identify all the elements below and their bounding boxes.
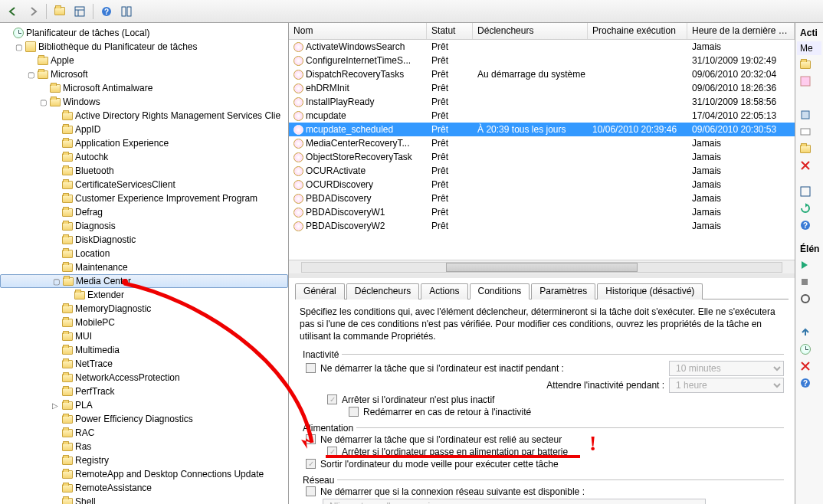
tree-item[interactable]: Bluetooth [0,164,288,178]
tree-item[interactable]: Maintenance [0,260,288,274]
tree-item[interactable]: MobilePC [0,316,288,329]
tree-toggle[interactable]: ▢ [14,43,23,51]
tab-d-clencheurs[interactable]: Déclencheurs [346,283,419,299]
tab-conditions[interactable]: Conditions [470,283,530,299]
task-row[interactable]: PBDADiscovery Prêt Jamais [289,191,795,205]
action-import[interactable] [797,107,818,123]
checkbox-idle-restart[interactable] [349,407,359,417]
action-delete[interactable] [797,358,818,374]
action-help[interactable]: ? [797,218,818,233]
action-properties[interactable] [797,342,818,357]
task-row[interactable]: mcupdate Prêt 17/04/2010 22:05:13 [289,109,795,123]
action-new-folder[interactable] [797,141,818,156]
task-name: mcupdate [306,110,346,121]
tree-item[interactable]: ▷ PLA [0,398,288,412]
task-row[interactable]: ehDRMInit Prêt 09/06/2010 18:26:36 [289,81,795,95]
tree-toggle[interactable]: ▷ [51,401,60,410]
action-disable[interactable] [797,291,818,306]
tree-item[interactable]: Ras [0,440,288,453]
tree-item[interactable]: Customer Experience Improvement Program [0,191,288,205]
tree-item[interactable]: ▢ Microsoft [0,67,288,81]
views-button[interactable] [71,3,88,20]
action-help2[interactable]: ? [797,375,818,391]
action-end[interactable] [797,274,818,290]
tree-item[interactable]: Microsoft Antimalware [0,81,288,95]
tree-item[interactable]: Registry [0,453,288,467]
tab-historique-d-sactiv-[interactable]: Historique (désactivé) [597,283,703,299]
tree-item[interactable]: Power Efficiency Diagnostics [0,412,288,426]
tree-item[interactable]: AppID [0,123,288,136]
back-button[interactable] [5,3,21,20]
checkbox-idle-stop[interactable] [327,394,337,404]
checkbox-power-battery[interactable] [327,447,337,457]
task-row[interactable]: MediaCenterRecoveryT... Prêt Jamais [289,136,795,150]
col-name[interactable]: Nom [289,23,427,39]
tab-actions[interactable]: Actions [421,283,467,299]
action-display-running[interactable] [797,124,818,139]
tree-item[interactable]: Defrag [0,205,288,219]
tree-item[interactable]: RemoteAssistance [0,481,288,495]
tree-item[interactable]: Diagnosis [0,219,288,233]
task-row[interactable]: mcupdate_scheduled Prêt À 20:39 tous les… [289,123,795,136]
action-create[interactable] [797,74,818,89]
task-trigger [473,170,588,172]
tree-item[interactable]: Location [0,247,288,260]
tree-pane[interactable]: Planificateur de tâches (Local) ▢ Biblio… [0,23,289,504]
up-button[interactable] [51,3,68,20]
action-export[interactable] [797,325,818,340]
tree-item[interactable]: Autochk [0,150,288,164]
checkbox-idle-start[interactable] [306,363,316,373]
checkbox-power-ac[interactable] [306,434,316,444]
tree-item[interactable]: MemoryDiagnostic [0,302,288,316]
tree-item[interactable]: Extender [0,288,288,302]
tree-item[interactable]: ▢ Bibliothèque du Planificateur de tâche… [0,40,288,54]
help-button[interactable]: ? [98,3,115,20]
task-row[interactable]: DispatchRecoveryTasks Prêt Au démarrage … [289,67,795,81]
tree-item[interactable]: DiskDiagnostic [0,233,288,247]
action-run[interactable] [797,257,818,273]
tree-item[interactable]: MUI [0,329,288,343]
action-delete-folder[interactable] [797,158,818,173]
tree-item[interactable]: Planificateur de tâches (Local) [0,26,288,40]
tree-item[interactable]: Active Directory Rights Management Servi… [0,109,288,123]
tree-item[interactable]: Multimedia [0,343,288,357]
task-row[interactable]: ObjectStoreRecoveryTask Prêt Jamais [289,150,795,164]
horizontal-scrollbar[interactable] [289,260,795,273]
tree-toggle[interactable]: ▢ [38,98,48,106]
col-triggers[interactable]: Déclencheurs [473,23,588,39]
tree-toggle[interactable]: ▢ [51,277,61,286]
col-last[interactable]: Heure de la dernière exé [687,23,795,39]
tree-item[interactable]: RAC [0,426,288,440]
task-row[interactable]: ActivateWindowsSearch Prêt Jamais [289,40,795,54]
tree-item[interactable]: ▢ Windows [0,95,288,109]
tree-item[interactable]: NetTrace [0,357,288,371]
tree-item[interactable]: Shell [0,495,288,504]
tree-item[interactable]: Application Experience [0,136,288,150]
tree-item[interactable]: Apple [0,54,288,67]
task-row[interactable]: InstallPlayReady Prêt 31/10/2009 18:58:5… [289,95,795,109]
task-row[interactable]: OCURActivate Prêt Jamais [289,164,795,178]
col-next[interactable]: Prochaine exécution [588,23,687,39]
action-view[interactable] [797,184,818,199]
tab-g-n-ral[interactable]: Général [295,283,345,299]
checkbox-net-start[interactable] [306,486,316,496]
checkbox-power-wake[interactable] [306,459,316,469]
tab-param-tres[interactable]: Paramètres [531,283,595,299]
forward-button[interactable] [25,3,41,20]
tree-item[interactable]: NetworkAccessProtection [0,371,288,385]
col-status[interactable]: Statut [427,23,473,39]
tree-toggle[interactable]: ▢ [26,70,35,79]
task-row[interactable]: OCURDiscovery Prêt Jamais [289,178,795,191]
action-refresh[interactable] [797,201,818,216]
action-create-basic[interactable] [797,57,818,72]
task-row[interactable]: PBDADiscoveryW1 Prêt Jamais [289,205,795,219]
task-last: Jamais [687,178,795,191]
tree-item[interactable]: PerfTrack [0,385,288,398]
task-row[interactable]: ConfigureInternetTimeS... Prêt 31/10/200… [289,54,795,67]
task-row[interactable]: PBDADiscoveryW2 Prêt Jamais [289,219,795,233]
tree-item[interactable]: ▢ Media Center [0,274,288,288]
task-list-body[interactable]: ActivateWindowsSearch Prêt Jamais Config… [289,40,795,260]
panes-button[interactable] [118,3,135,20]
tree-item[interactable]: RemoteApp and Desktop Connections Update [0,467,288,481]
tree-item[interactable]: CertificateServicesClient [0,178,288,191]
